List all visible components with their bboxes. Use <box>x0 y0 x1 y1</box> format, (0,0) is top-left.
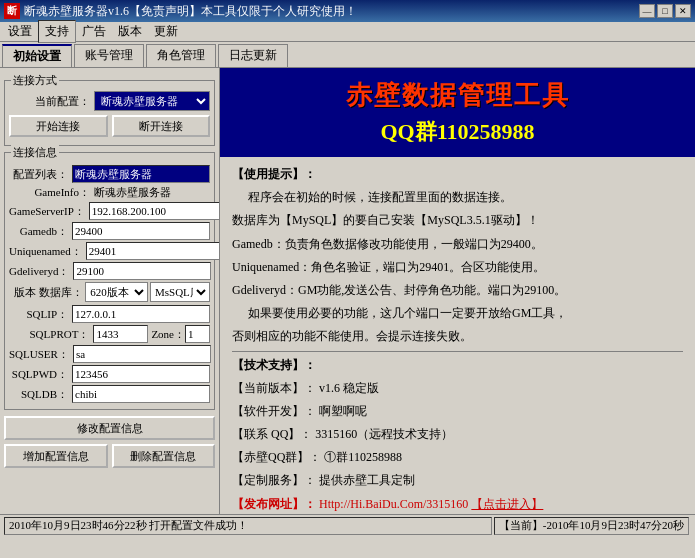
tab-role-management[interactable]: 角色管理 <box>146 44 216 67</box>
minimize-button[interactable]: — <box>639 4 655 18</box>
version-select[interactable]: 620版本 <box>85 282 148 302</box>
sqlpwd-row: SQLPWD： <box>9 365 210 383</box>
config-list-input[interactable] <box>72 165 210 183</box>
website-label: 【发布网址】： <box>232 497 316 511</box>
sqlprot-input[interactable] <box>93 325 148 343</box>
uniquenamed-label: Uniquenamed： <box>9 244 86 259</box>
uniquenamed-input[interactable] <box>86 242 220 260</box>
tab-account-management[interactable]: 账号管理 <box>74 44 144 67</box>
sqluser-input[interactable] <box>73 345 211 363</box>
disconnect-button[interactable]: 断开连接 <box>112 115 211 137</box>
connect-buttons: 开始连接 断开连接 <box>9 115 210 137</box>
menu-ads[interactable]: 广告 <box>76 21 112 42</box>
chibi-qq-value: ①群110258988 <box>324 450 402 464</box>
tech-support-header: 【技术支持】： <box>232 356 683 375</box>
window-title: 断魂赤壁服务器v1.6【免责声明】本工具仅限于个人研究使用！ <box>24 3 639 20</box>
gdeliveryd-input[interactable] <box>73 262 211 280</box>
connect-info-group: 连接信息 配置列表： GameInfo： 断魂赤壁服务器 GameServerI… <box>4 152 215 410</box>
tip3: Gamedb：负责角色数据修改功能使用，一般端口为29400。 <box>232 235 683 254</box>
config-list-label: 配置列表： <box>9 167 72 182</box>
tip4: Uniquenamed：角色名验证，端口为29401。合区功能使用。 <box>232 258 683 277</box>
software-dev-label: 【软件开发】： <box>232 404 316 418</box>
software-dev-value: 啊塑啊呢 <box>319 404 367 418</box>
close-button[interactable]: ✕ <box>675 4 691 18</box>
contact-qq-value: 3315160（远程技术支持） <box>315 427 453 441</box>
connect-method-group: 连接方式 当前配置： 断魂赤壁服务器 开始连接 断开连接 <box>4 80 215 146</box>
website-row: 【发布网址】： Http://Hi.BaiDu.Com/3315160 【点击进… <box>232 495 683 514</box>
sqlprot-label: SQLPROT： <box>9 327 93 342</box>
sqldb-input[interactable] <box>72 385 210 403</box>
current-config-label: 当前配置： <box>9 94 94 109</box>
right-status: 【当前】-2010年10月9日23时47分20秒 <box>494 517 689 535</box>
sqluser-row: SQLUSER： <box>9 345 210 363</box>
status-bar: 2010年10月9日23时46分22秒 打开配置文件成功！ 【当前】-2010年… <box>0 514 695 536</box>
sqldb-label: SQLDB： <box>9 387 72 402</box>
left-panel: 连接方式 当前配置： 断魂赤壁服务器 开始连接 断开连接 连接信息 配置列表： … <box>0 68 220 514</box>
tab-initial-settings[interactable]: 初始设置 <box>2 44 72 67</box>
bottom-buttons: 修改配置信息 增加配置信息 删除配置信息 <box>4 416 215 468</box>
custom-service: 【定制服务】： 提供赤壁工具定制 <box>232 471 683 490</box>
sqlpwd-label: SQLPWD： <box>9 367 72 382</box>
left-status: 2010年10月9日23时46分22秒 打开配置文件成功！ <box>4 517 492 535</box>
website-url: Http://Hi.BaiDu.Com/3315160 <box>319 497 468 511</box>
custom-label: 【定制服务】： <box>232 473 316 487</box>
custom-value: 提供赤壁工具定制 <box>319 473 415 487</box>
game-server-ip-row: GameServerIP： <box>9 202 210 220</box>
current-version-label: 【当前版本】： <box>232 381 316 395</box>
tip1: 程序会在初始的时候，连接配置里面的数据连接。 <box>248 188 683 207</box>
version-label: 版本 数据库： <box>9 285 85 300</box>
zone-label: Zone： <box>151 327 185 342</box>
menu-version[interactable]: 版本 <box>112 21 148 42</box>
sqlpwd-input[interactable] <box>72 365 210 383</box>
connect-info-title: 连接信息 <box>11 145 59 160</box>
tips-header: 【使用提示】： <box>232 165 683 184</box>
game-info-label: GameInfo： <box>9 185 94 200</box>
zone-input[interactable] <box>185 325 210 343</box>
current-version-value: v1.6 稳定版 <box>319 381 379 395</box>
tab-log-update[interactable]: 日志更新 <box>218 44 288 67</box>
game-info-value: 断魂赤壁服务器 <box>94 185 210 200</box>
main-title: 赤壁数据管理工具 <box>235 78 680 113</box>
title-bar: 断 断魂赤壁服务器v1.6【免责声明】本工具仅限于个人研究使用！ — □ ✕ <box>0 0 695 22</box>
window-controls: — □ ✕ <box>639 4 691 18</box>
connect-method-title: 连接方式 <box>11 73 59 88</box>
tip6: 如果要使用必要的功能，这几个端口一定要开放给GM工具， <box>248 304 683 323</box>
game-server-ip-label: GameServerIP： <box>9 204 89 219</box>
menu-support[interactable]: 支持 <box>38 20 76 43</box>
chibi-qq-label: 【赤壁QQ群】： <box>232 450 321 464</box>
start-connect-button[interactable]: 开始连接 <box>9 115 108 137</box>
contact-qq: 【联系 QQ】： 3315160（远程技术支持） <box>232 425 683 444</box>
sqlip-input[interactable] <box>72 305 210 323</box>
version-row: 版本 数据库： 620版本 MsSQL库 <box>9 282 210 302</box>
db-type-select[interactable]: MsSQL库 <box>150 282 210 302</box>
game-server-ip-input[interactable] <box>89 202 220 220</box>
game-info-row: GameInfo： 断魂赤壁服务器 <box>9 185 210 200</box>
sqlip-row: SQLIP： <box>9 305 210 323</box>
gamedb-input[interactable] <box>72 222 210 240</box>
right-panel: 赤壁数据管理工具 QQ群110258988 【使用提示】： 程序会在初始的时候，… <box>220 68 695 514</box>
right-content: 【使用提示】： 程序会在初始的时候，连接配置里面的数据连接。 数据库为【MySQ… <box>220 157 695 514</box>
gdeliveryd-row: Gdeliveryd： <box>9 262 210 280</box>
website-link[interactable]: 【点击进入】 <box>471 497 543 511</box>
menu-bar: 设置 支持 广告 版本 更新 <box>0 22 695 42</box>
sqluser-label: SQLUSER： <box>9 347 73 362</box>
sqldb-row: SQLDB： <box>9 385 210 403</box>
tip7: 否则相应的功能不能使用。会提示连接失败。 <box>232 327 683 346</box>
app-icon: 断 <box>4 3 20 19</box>
delete-config-button[interactable]: 删除配置信息 <box>112 444 216 468</box>
right-header: 赤壁数据管理工具 QQ群110258988 <box>220 68 695 157</box>
current-config-select[interactable]: 断魂赤壁服务器 <box>94 91 210 111</box>
current-version: 【当前版本】： v1.6 稳定版 <box>232 379 683 398</box>
menu-settings[interactable]: 设置 <box>2 21 38 42</box>
config-list-row: 配置列表： <box>9 165 210 183</box>
menu-update[interactable]: 更新 <box>148 21 184 42</box>
restore-button[interactable]: □ <box>657 4 673 18</box>
divider <box>232 351 683 352</box>
gamedb-label: Gamedb： <box>9 224 72 239</box>
chibi-qq: 【赤壁QQ群】： ①群110258988 <box>232 448 683 467</box>
sqlip-label: SQLIP： <box>9 307 72 322</box>
add-config-button[interactable]: 增加配置信息 <box>4 444 108 468</box>
tip5: Gdeliveryd：GM功能,发送公告、封停角色功能。端口为29100。 <box>232 281 683 300</box>
sqlprot-row: SQLPROT： Zone： <box>9 325 210 343</box>
modify-config-button[interactable]: 修改配置信息 <box>4 416 215 440</box>
